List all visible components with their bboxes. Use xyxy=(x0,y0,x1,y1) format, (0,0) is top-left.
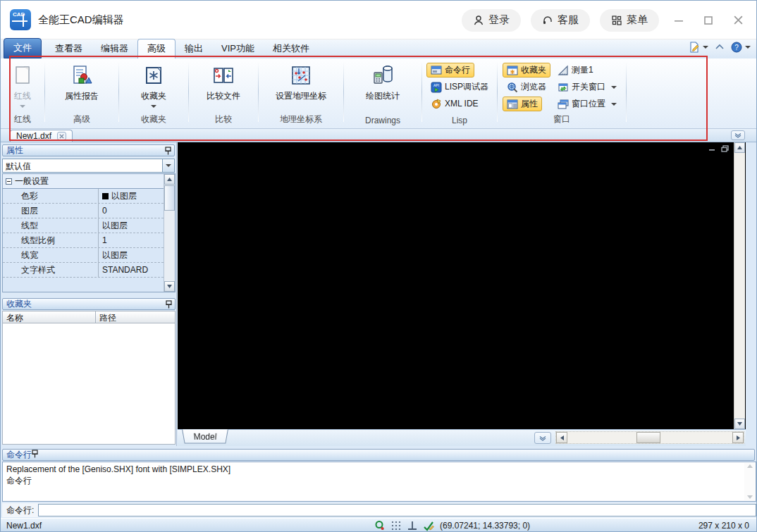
tab-viewer[interactable]: 查看器 xyxy=(46,39,92,58)
app-title: 全能王CAD编辑器 xyxy=(38,13,124,27)
command-line-toggle[interactable]: 命令行 xyxy=(426,63,474,78)
grid-dots-icon[interactable] xyxy=(390,520,402,531)
tab-related[interactable]: 相关软件 xyxy=(264,39,319,58)
document-tab-close-button[interactable] xyxy=(57,132,66,140)
property-row[interactable]: 线型比例 1 xyxy=(3,233,164,248)
favorites-panel-icon xyxy=(507,65,518,76)
lisp-debugger-button[interactable]: API LISP调试器 xyxy=(426,80,493,94)
tab-vip[interactable]: VIP功能 xyxy=(212,39,264,58)
tab-advanced[interactable]: 高级 xyxy=(137,39,176,58)
drawing-stats-button[interactable]: 绘图统计 xyxy=(362,61,404,104)
property-label: 线宽 xyxy=(3,249,98,261)
maximize-button[interactable] xyxy=(698,11,718,30)
model-tab[interactable]: Model xyxy=(182,429,228,443)
layout-expand-button[interactable] xyxy=(534,432,551,444)
osnap-icon[interactable] xyxy=(374,520,386,531)
property-report-button[interactable]: 属性报告 xyxy=(61,61,103,104)
tabbar-expand-button[interactable] xyxy=(731,130,745,140)
command-panel-header: 命令行 xyxy=(2,449,755,461)
tab-file[interactable]: 文件 xyxy=(4,38,42,58)
ortho-icon[interactable] xyxy=(407,520,418,531)
window-position-button[interactable]: 窗口位置 xyxy=(553,97,621,111)
window-position-label: 窗口位置 xyxy=(572,98,605,110)
app-logo-icon: CAD xyxy=(10,9,31,30)
menu-button[interactable]: 菜单 xyxy=(600,9,659,32)
column-header-name[interactable]: 名称 xyxy=(2,311,96,323)
favorites-panel-toggle[interactable]: 收藏夹 xyxy=(503,63,550,78)
minimize-button[interactable] xyxy=(669,11,689,30)
scroll-up-arrow[interactable] xyxy=(747,464,753,468)
compare-files-button[interactable]: 比较文件 xyxy=(202,61,245,104)
favorites-list[interactable] xyxy=(2,323,176,445)
quick-edit-button[interactable] xyxy=(689,42,708,53)
canvas-restore-button[interactable] xyxy=(721,145,729,152)
service-label: 客服 xyxy=(558,13,579,27)
login-label: 登录 xyxy=(488,13,510,27)
redline-button[interactable]: 红线 xyxy=(7,61,38,109)
scroll-down-arrow[interactable] xyxy=(734,419,745,429)
help-button[interactable]: ? xyxy=(731,42,751,53)
svg-text:?: ? xyxy=(734,44,739,51)
collapse-icon[interactable] xyxy=(6,178,12,185)
command-output-scrollbar[interactable] xyxy=(744,463,755,500)
scrollbar-thumb[interactable] xyxy=(164,185,175,211)
property-row[interactable]: 线型 以图层 xyxy=(3,218,164,233)
model-tab-label: Model xyxy=(193,431,217,441)
property-group-row[interactable]: 一般设置 xyxy=(3,174,164,189)
favorites-big-label: 收藏夹 xyxy=(141,90,166,102)
dropdown-button[interactable] xyxy=(162,159,174,172)
scroll-right-arrow[interactable] xyxy=(732,432,744,443)
login-button[interactable]: 登录 xyxy=(462,9,521,32)
ribbon-group-lisp: 命令行 API LISP调试器 XML IDE 窗口 Lisp xyxy=(422,58,497,128)
xml-ide-button[interactable]: XML IDE xyxy=(426,97,483,111)
property-report-label: 属性报告 xyxy=(65,90,99,102)
left-panel: 属性 默认值 一般设置 色彩 以图层 图层 xyxy=(1,142,177,446)
service-button[interactable]: 客服 xyxy=(531,9,590,32)
canvas-vertical-scrollbar[interactable] xyxy=(734,142,745,429)
scroll-down-arrow[interactable] xyxy=(747,495,753,499)
close-button[interactable] xyxy=(728,11,748,30)
minimize-icon xyxy=(674,16,684,25)
browser-button[interactable]: 浏览器 xyxy=(503,80,550,94)
column-header-path[interactable]: 路径 xyxy=(96,311,176,323)
canvas-horizontal-scrollbar[interactable] xyxy=(555,431,744,444)
scroll-up-arrow[interactable] xyxy=(734,142,745,153)
draft-check-icon[interactable] xyxy=(423,520,434,531)
property-row[interactable]: 线宽 以图层 xyxy=(3,248,164,263)
command-input[interactable] xyxy=(38,504,756,516)
property-row[interactable]: 文字样式 STANDARD xyxy=(3,263,164,278)
group-label-drawings: Drawings xyxy=(344,116,421,125)
properties-panel-toggle[interactable]: 属性 xyxy=(503,97,542,111)
measure1-button[interactable]: 测量1 xyxy=(553,63,598,78)
tab-editor[interactable]: 编辑器 xyxy=(92,39,137,58)
scrollbar-thumb[interactable] xyxy=(636,432,660,443)
drawing-canvas[interactable] xyxy=(178,142,746,429)
property-value: STANDARD xyxy=(98,263,164,277)
toggle-window-button[interactable]: 开关窗口 xyxy=(553,80,621,94)
set-geo-coords-button[interactable]: 设置地理坐标 xyxy=(271,61,331,104)
scroll-left-arrow[interactable] xyxy=(556,432,567,443)
group-label-geo: 地理坐标系 xyxy=(259,113,343,125)
group-label-window: 窗口 xyxy=(519,113,604,125)
property-row[interactable]: 图层 0 xyxy=(3,204,164,218)
lisp-debugger-icon: API xyxy=(431,82,442,93)
command-output[interactable]: Replacement of the [Geniso.SHX] font wit… xyxy=(2,462,756,502)
group-label-favorites: 收藏夹 xyxy=(119,113,188,125)
scroll-up-arrow[interactable] xyxy=(164,174,175,185)
document-tab[interactable]: New1.dxf xyxy=(10,130,73,142)
tab-output[interactable]: 输出 xyxy=(176,39,212,58)
property-row[interactable]: 色彩 以图层 xyxy=(3,189,164,204)
canvas-minimize-button[interactable] xyxy=(708,145,715,152)
property-value: 以图层 xyxy=(98,218,164,233)
pin-icon[interactable] xyxy=(166,300,172,311)
preset-dropdown[interactable]: 默认值 xyxy=(2,159,175,173)
scroll-down-arrow[interactable] xyxy=(164,281,175,292)
menu-tab-strip: 文件 查看器 编辑器 高级 输出 VIP功能 相关软件 xyxy=(1,39,756,58)
pin-icon[interactable] xyxy=(165,147,171,157)
model-tab-strip: Model xyxy=(178,429,746,446)
color-swatch xyxy=(102,193,109,199)
property-grid-scrollbar[interactable] xyxy=(164,174,175,292)
favorites-big-button[interactable]: 收藏夹 xyxy=(137,61,171,109)
collapse-ribbon-button[interactable] xyxy=(715,43,725,51)
pin-icon[interactable] xyxy=(32,450,38,460)
